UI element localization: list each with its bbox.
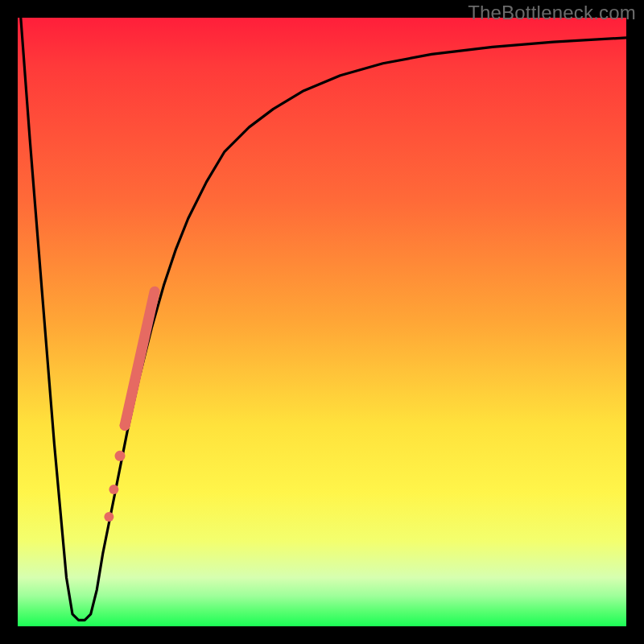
observed-range-highlight: [104, 291, 155, 522]
svg-point-3: [120, 420, 130, 431]
svg-point-0: [104, 512, 114, 522]
svg-point-1: [109, 485, 118, 494]
watermark-text: TheBottleneck.com: [468, 2, 636, 24]
plot-area: [18, 18, 626, 626]
chart-frame: TheBottleneck.com: [0, 0, 644, 644]
svg-point-2: [115, 451, 126, 461]
curve-layer: [18, 18, 626, 626]
bottleneck-curve: [21, 18, 626, 620]
